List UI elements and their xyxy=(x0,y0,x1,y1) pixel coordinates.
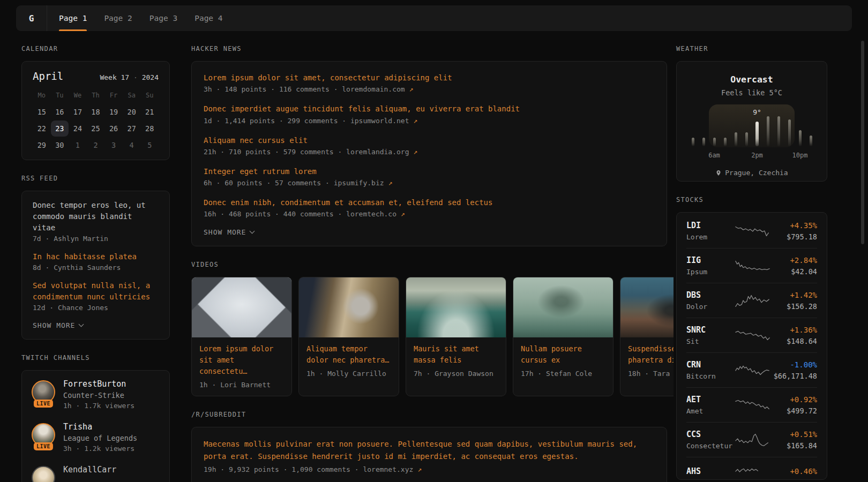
hour-bar xyxy=(810,135,812,146)
tab-page-1[interactable]: Page 1 xyxy=(50,5,95,31)
twitch-header: TWITCH CHANNELS xyxy=(21,354,170,362)
calendar-day: 1 xyxy=(69,137,87,153)
hour-bar xyxy=(767,116,769,146)
stock-change: +0.46% xyxy=(771,467,817,476)
videos-carousel: Lorem ipsum dolor sit amet consectetu… 1… xyxy=(191,277,674,396)
hour-bar xyxy=(724,138,727,146)
post-title[interactable]: Maecenas mollis pulvinar erat non posuer… xyxy=(204,438,655,463)
video-thumbnail xyxy=(620,277,674,337)
calendar-day: 17 xyxy=(69,104,87,120)
hour-bar xyxy=(788,119,791,146)
weather-header: WEATHER xyxy=(676,45,827,52)
video-card[interactable]: Suspendisse pharetra diam 18h · Tara xyxy=(620,277,674,396)
calendar-week-year: Week 17 · 2024 xyxy=(100,73,159,81)
stock-sparkline xyxy=(735,464,771,480)
stock-row[interactable]: AHS +0.46% xyxy=(686,457,817,480)
stock-row[interactable]: DBSDolor +1.42%$156.28 xyxy=(686,283,817,318)
time-label: 2pm xyxy=(751,152,763,159)
stock-sparkline xyxy=(735,223,771,239)
stock-row[interactable]: IIGIpsum +2.84%$42.04 xyxy=(686,248,817,283)
calendar-day: 26 xyxy=(104,120,123,137)
twitch-channel-row[interactable]: LIVE ForrestBurton Counter-Strike 1h · 1… xyxy=(32,379,160,410)
stream-game: League of Legends xyxy=(63,434,137,442)
hour-slot xyxy=(687,113,698,146)
stock-symbol: CRN xyxy=(686,360,735,370)
stock-change: +1.36% xyxy=(771,326,817,334)
post-meta: 19h · 9,932 points · 1,090 comments · lo… xyxy=(204,465,655,473)
weather-location-row: Prague, Czechia xyxy=(687,169,816,177)
news-title[interactable]: Lorem ipsum dolor sit amet, consectetur … xyxy=(204,72,655,83)
location-pin-icon xyxy=(715,169,722,177)
video-card[interactable]: Mauris sit amet massa felis 7h · Grayson… xyxy=(406,277,506,396)
streamer-name: KendallCarr xyxy=(63,465,116,475)
tab-page-2[interactable]: Page 2 xyxy=(95,5,140,31)
stock-row[interactable]: AETAmet +0.92%$499.72 xyxy=(686,387,817,422)
hour-slot: 9° xyxy=(752,113,762,146)
stock-name: Sit xyxy=(686,337,735,345)
videos-widget: VIDEOS Lorem ipsum dolor sit amet consec… xyxy=(191,261,667,396)
hackernews-show-more-button[interactable]: SHOW MORE xyxy=(204,228,655,236)
news-title[interactable]: Donec enim nibh, condimentum et accumsan… xyxy=(204,197,655,208)
stock-row[interactable]: CRNBitcorn -1.00%$66,171.48 xyxy=(686,352,817,387)
stock-row[interactable]: SNRCSit +1.36%$148.64 xyxy=(686,318,817,352)
external-link-icon: ↗ xyxy=(413,117,417,125)
stock-name: Bitcorn xyxy=(686,372,735,380)
stock-row[interactable]: LDILorem +4.35%$795.18 xyxy=(686,214,817,248)
rss-item-title[interactable]: Sed volutpat nulla nisl, a condimentum n… xyxy=(33,280,159,303)
stock-row[interactable]: CCSConsectetur +0.51%$165.84 xyxy=(686,422,817,457)
stream-meta: 1h · 1.7k viewers xyxy=(63,402,134,410)
rss-card: Donec tempor eros leo, ut commodo mauris… xyxy=(21,191,170,340)
calendar-weekday: We xyxy=(69,87,87,103)
time-label: 6am xyxy=(708,152,720,159)
news-meta: 1d · 1,414 points · 299 comments · ipsum… xyxy=(204,117,655,125)
app-logo[interactable]: G xyxy=(16,5,47,31)
rss-item-title[interactable]: Donec tempor eros leo, ut commodo mauris… xyxy=(33,200,159,234)
hackernews-widget: HACKER NEWS Lorem ipsum dolor sit amet, … xyxy=(191,45,667,246)
twitch-widget: TWITCH CHANNELS LIVE ForrestBurton Count… xyxy=(21,354,170,482)
twitch-channel-row[interactable]: KendallCarr xyxy=(32,465,160,482)
hour-slot xyxy=(730,113,741,146)
hour-slot xyxy=(720,113,730,146)
rss-item-meta: 7d · Ashlyn Martin xyxy=(33,235,159,243)
tab-page-4[interactable]: Page 4 xyxy=(186,5,231,31)
news-item: Donec imperdiet augue tincidunt felis al… xyxy=(204,103,655,124)
video-meta: 7h · Grayson Dawson xyxy=(414,370,498,378)
subreddit-header: /R/SUBREDDIT xyxy=(191,411,667,418)
hour-slot xyxy=(698,113,709,146)
stocks-header: STOCKS xyxy=(676,196,827,204)
video-card[interactable]: Nullam posuere cursus ex 17h · Stefan Co… xyxy=(513,277,613,396)
page-scrollbar[interactable] xyxy=(861,41,864,244)
current-temp-label: 9° xyxy=(753,108,761,116)
calendar-month: April xyxy=(33,70,63,82)
page-tabs: Page 1 Page 2 Page 3 Page 4 xyxy=(50,5,231,31)
news-title[interactable]: Aliquam nec cursus elit xyxy=(204,135,655,146)
rss-show-more-button[interactable]: SHOW MORE xyxy=(33,321,159,329)
video-card[interactable]: Lorem ipsum dolor sit amet consectetu… 1… xyxy=(191,277,292,396)
live-badge: LIVE xyxy=(34,442,53,450)
stream-meta: 3h · 1.2k viewers xyxy=(63,445,137,453)
stock-name: Amet xyxy=(686,407,735,415)
video-card[interactable]: Aliquam tempor dolor nec pharetra… 1h · … xyxy=(298,277,399,396)
stocks-widget: STOCKS LDILorem +4.35%$795.18 IIGIpsum +… xyxy=(676,196,827,480)
stock-symbol: DBS xyxy=(686,290,735,300)
tab-page-3[interactable]: Page 3 xyxy=(141,5,186,31)
stock-sparkline xyxy=(735,432,771,448)
external-link-icon: ↗ xyxy=(409,85,414,93)
stock-change: +0.92% xyxy=(771,395,817,404)
left-column: CALENDAR April Week 17 · 2024 MoTuWeThFr… xyxy=(21,45,170,482)
current-hour-bar xyxy=(755,122,759,146)
hour-bar xyxy=(745,132,748,146)
rss-item-title[interactable]: In hac habitasse platea xyxy=(33,251,159,262)
hour-slot xyxy=(762,113,773,146)
stock-change: +0.51% xyxy=(771,430,817,439)
twitch-channel-row[interactable]: LIVE Trisha League of Legends 3h · 1.2k … xyxy=(32,422,160,453)
hour-bar xyxy=(777,116,780,146)
hour-bar xyxy=(735,132,737,146)
stream-game: Counter-Strike xyxy=(63,391,134,400)
hour-bar xyxy=(799,130,802,146)
video-thumbnail xyxy=(299,277,399,337)
news-title[interactable]: Integer eget rutrum lorem xyxy=(204,166,655,177)
news-title[interactable]: Donec imperdiet augue tincidunt felis al… xyxy=(204,103,655,114)
video-thumbnail xyxy=(513,277,613,337)
external-link-icon: ↗ xyxy=(401,210,405,218)
